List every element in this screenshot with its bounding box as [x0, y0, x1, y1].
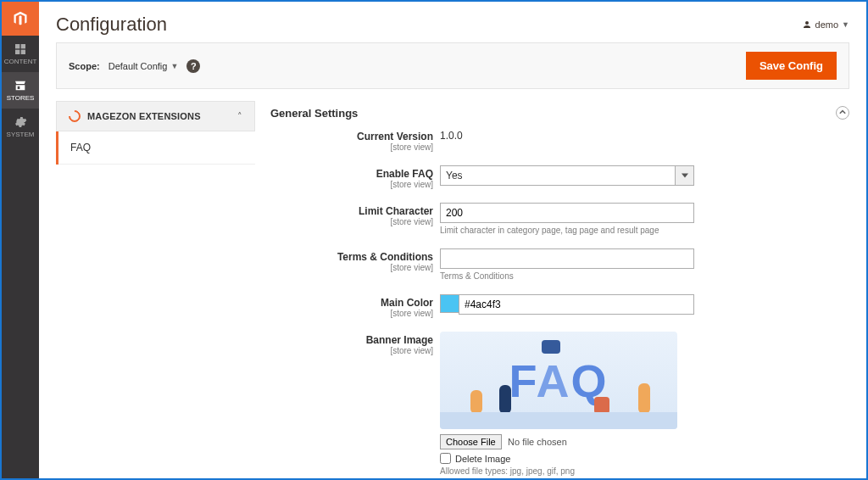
scope-value: Default Config: [108, 61, 168, 71]
main-area: Configuration demo ▼ Scope: Default Conf…: [39, 2, 866, 478]
field-scope: [store view]: [270, 180, 433, 189]
settings-panel: General Settings Current Version [store …: [270, 101, 849, 461]
terms-input[interactable]: [440, 248, 694, 269]
field-terms: Terms & Conditions [store view] Terms & …: [270, 248, 844, 281]
user-name: demo: [815, 20, 839, 30]
chevron-up-icon: ˄: [237, 111, 242, 122]
magezon-icon: [66, 108, 83, 125]
rail-item-label: STORES: [7, 94, 35, 102]
field-label: Enable FAQ: [376, 168, 433, 180]
field-limit-character: Limit Character [store view] Limit chara…: [270, 203, 844, 235]
save-config-button[interactable]: Save Config: [746, 52, 837, 80]
rail-item-label: SYSTEM: [7, 131, 35, 138]
current-version-value: 1.0.0: [440, 128, 463, 142]
user-icon: [802, 20, 812, 30]
admin-rail: CONTENT STORES SYSTEM: [2, 2, 39, 478]
color-swatch[interactable]: [440, 294, 459, 313]
banner-file-status: No file chosen: [508, 437, 567, 447]
section-collapse-toggle[interactable]: [836, 106, 849, 120]
sidebar-section-body: FAQ: [56, 131, 255, 165]
sidebar-section-header[interactable]: MAGEZON EXTENSIONS ˄: [56, 101, 255, 131]
field-label: Banner Image: [366, 334, 433, 346]
section-title: General Settings: [270, 107, 358, 120]
page-header: Configuration demo ▼: [39, 2, 866, 42]
banner-delete-checkbox[interactable]: [440, 453, 451, 464]
field-label: Main Color: [381, 297, 433, 309]
field-scope: [store view]: [270, 309, 433, 318]
page-title: Configuration: [56, 14, 167, 36]
chevron-down-icon: ▼: [170, 62, 178, 70]
main-color-input[interactable]: [459, 294, 694, 315]
field-scope: [store view]: [270, 142, 433, 152]
svg-rect-2: [15, 50, 19, 54]
banner-delete-label: Delete Image: [455, 454, 510, 464]
rail-item-stores[interactable]: STORES: [2, 72, 39, 109]
content-icon: [14, 42, 27, 56]
svg-rect-3: [21, 50, 25, 54]
content: MAGEZON EXTENSIONS ˄ FAQ General Setting…: [39, 101, 866, 478]
field-label: Current Version: [357, 131, 433, 142]
svg-marker-4: [682, 174, 688, 178]
config-sidebar: MAGEZON EXTENSIONS ˄ FAQ: [56, 101, 255, 461]
field-enable-faq: Enable FAQ [store view] Yes: [270, 165, 844, 189]
field-label: Terms & Conditions: [337, 251, 433, 263]
chevron-down-icon: ▼: [842, 20, 849, 29]
banner-choose-file-button[interactable]: Choose File: [440, 434, 502, 449]
field-scope: [store view]: [270, 217, 433, 226]
rail-item-label: CONTENT: [4, 58, 37, 65]
settings-form: Current Version [store view] 1.0.0 Enabl…: [270, 128, 849, 478]
faq-illustration: FAQ: [509, 354, 608, 407]
rail-item-content[interactable]: CONTENT: [2, 36, 39, 72]
select-value: Yes: [441, 166, 675, 185]
enable-faq-select[interactable]: Yes: [440, 165, 694, 186]
field-main-color: Main Color [store view]: [270, 294, 844, 318]
field-current-version: Current Version [store view] 1.0.0: [270, 128, 844, 152]
svg-rect-1: [21, 44, 25, 48]
stores-icon: [14, 79, 27, 92]
gear-icon: [14, 115, 27, 129]
field-note: Limit character in category page, tag pa…: [440, 226, 694, 235]
field-scope: [store view]: [270, 263, 433, 272]
magento-logo[interactable]: [2, 2, 39, 36]
sidebar-item-label: FAQ: [70, 142, 91, 153]
banner-allowed-note: Allowed file types: jpg, jpeg, gif, png: [440, 466, 844, 476]
rail-item-system[interactable]: SYSTEM: [2, 109, 39, 145]
sidebar-item-faq[interactable]: FAQ: [58, 131, 255, 165]
field-banner-image: Banner Image [store view] FAQ: [270, 332, 844, 476]
sidebar-section-title: MAGEZON EXTENSIONS: [87, 111, 201, 121]
banner-preview[interactable]: FAQ: [440, 332, 677, 429]
user-menu[interactable]: demo ▼: [802, 20, 849, 30]
svg-rect-0: [15, 44, 19, 48]
help-icon[interactable]: ?: [186, 59, 200, 73]
field-note: Terms & Conditions: [440, 271, 694, 281]
scope-selector[interactable]: Default Config ▼: [108, 61, 179, 71]
scope-toolbar: Scope: Default Config ▼ ? Save Config: [56, 42, 849, 89]
field-scope: [store view]: [270, 346, 433, 355]
field-label: Limit Character: [359, 205, 433, 217]
chevron-down-icon: [675, 166, 693, 185]
scope-label: Scope:: [69, 61, 100, 71]
limit-character-input[interactable]: [440, 203, 694, 223]
